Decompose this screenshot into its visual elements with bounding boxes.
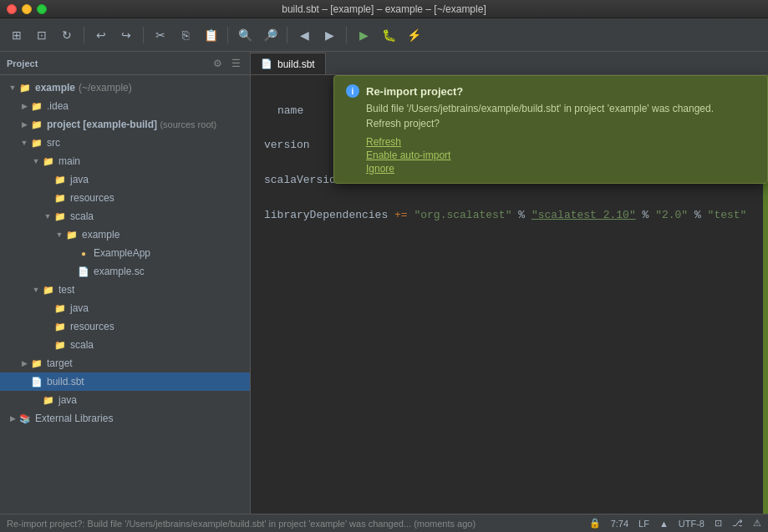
tree-item-src[interactable]: ▼ 📁 src [0, 134, 250, 152]
tree-item-resources1[interactable]: ▶ 📁 resources [0, 189, 250, 207]
maximize-button[interactable] [37, 4, 47, 14]
folder-icon-src: 📁 [30, 136, 43, 149]
tree-item-target[interactable]: ▶ 📁 target [0, 354, 250, 372]
sync-btn[interactable]: ⊡ [30, 23, 53, 47]
tree-item-exampleapp[interactable]: ▶ ● ExampleApp [0, 244, 250, 262]
tab-label-build-sbt: build.sbt [277, 58, 315, 70]
tree-label-java2: java [70, 302, 89, 314]
arrow-idea: ▶ [18, 100, 30, 112]
paste-btn[interactable]: 📋 [199, 23, 222, 47]
tab-build-sbt[interactable]: 📄 build.sbt [251, 53, 326, 74]
tree-label-src: src [47, 137, 60, 149]
tree-item-java1[interactable]: ▶ 📁 java [0, 170, 250, 189]
window-title: build.sbt – [example] – example – [~/exa… [282, 3, 486, 15]
arrow-target: ▶ [18, 357, 30, 369]
tree-label-exampleapp: ExampleApp [94, 247, 150, 259]
arrow-src: ▼ [18, 137, 30, 149]
editor-tabs: 📄 build.sbt [251, 52, 768, 75]
toolbar: ⊞ ⊡ ↻ ↩ ↪ ✂ ⎘ 📋 🔍 🔎 ◀ ▶ ▶ 🐛 ⚡ [0, 18, 768, 52]
notif-body: Build file '/Users/jetbrains/example/bui… [346, 101, 755, 131]
tree-item-main[interactable]: ▼ 📁 main [0, 152, 250, 170]
status-bar: Re-import project?: Build file '/Users/j… [0, 514, 768, 532]
tree-label-example-sc: example.sc [94, 266, 145, 277]
notif-link-refresh[interactable]: Refresh [366, 136, 755, 148]
notif-title: Re-import project? [366, 85, 463, 98]
notif-link-auto-import[interactable]: Enable auto-import [366, 149, 755, 161]
replace-btn[interactable]: 🔎 [258, 23, 282, 47]
arrow-test: ▼ [30, 284, 42, 296]
build-btn[interactable]: ▶ [352, 23, 375, 47]
code-line-libdep: libraryDependencies += "org.scalatest" %… [264, 207, 755, 225]
tree-item-scala2[interactable]: ▶ 📁 scala [0, 336, 250, 354]
traffic-lights [7, 4, 47, 14]
sidebar-header: Project ⚙ ☰ [0, 52, 250, 75]
tree-view: ▼ 📁 example (~/example) ▶ 📁 .idea ▶ 📁 pr… [0, 75, 250, 514]
folder-icon-root: 📁 [18, 81, 32, 94]
refresh-btn[interactable]: ↻ [55, 23, 79, 47]
status-position[interactable]: 7:74 [611, 519, 628, 529]
status-warnings: ⚠ [753, 518, 761, 529]
folder-icon-scala: 📁 [53, 210, 67, 223]
sidebar-header-icons: ⚙ ☰ [210, 56, 243, 71]
tree-label-test: test [58, 284, 74, 296]
tree-item-project-build[interactable]: ▶ 📁 project [example-build] (sources roo… [0, 115, 250, 134]
status-line-ending[interactable]: LF [638, 519, 649, 529]
status-git[interactable]: ⎇ [732, 518, 743, 529]
editor-area: 📄 build.sbt i Re-import project? Build f… [251, 52, 768, 514]
tree-item-idea[interactable]: ▶ 📁 .idea [0, 97, 250, 115]
folder-icon-idea: 📁 [30, 99, 43, 113]
arrow-root: ▼ [7, 82, 18, 94]
tree-item-test[interactable]: ▼ 📁 test [0, 281, 250, 299]
sidebar: Project ⚙ ☰ ▼ 📁 example (~/example) ▶ 📁 … [0, 52, 251, 514]
tree-item-java3[interactable]: ▶ 📁 java [0, 391, 250, 409]
forward-btn[interactable]: ▶ [318, 23, 341, 47]
tree-item-example-sc[interactable]: ▶ 📄 example.sc [0, 262, 250, 281]
cut-btn[interactable]: ✂ [149, 23, 172, 47]
folder-icon-example-pkg: 📁 [65, 228, 79, 241]
tree-item-example-pkg[interactable]: ▼ 📁 example [0, 225, 250, 244]
tree-item-java2[interactable]: ▶ 📁 java [0, 299, 250, 317]
status-right: 🔒 7:74 LF ▲ UTF-8 ⊡ ⎇ ⚠ [589, 518, 761, 529]
tree-item-root[interactable]: ▼ 📁 example (~/example) [0, 79, 250, 97]
tree-label-target: target [47, 357, 73, 369]
tree-label-java3: java [58, 394, 77, 406]
close-button[interactable] [7, 4, 17, 14]
debug-btn[interactable]: 🐛 [377, 23, 400, 47]
status-encoding[interactable]: UTF-8 [679, 519, 704, 529]
copy-btn[interactable]: ⎘ [174, 23, 197, 47]
notif-link-ignore[interactable]: Ignore [366, 163, 755, 175]
back-btn[interactable]: ◀ [292, 23, 316, 47]
run-btn[interactable]: ⚡ [402, 23, 425, 47]
tree-label-resources2: resources [70, 321, 114, 332]
tree-item-scala[interactable]: ▼ 📁 scala [0, 207, 250, 225]
toolbar-separator-2 [143, 27, 144, 43]
status-arrow-up: ▲ [659, 519, 669, 529]
arrow-project-build: ▶ [18, 119, 30, 130]
tree-label-scala2: scala [70, 339, 94, 351]
toolbar-separator-1 [84, 27, 84, 43]
notif-body-line1: Build file '/Users/jetbrains/example/bui… [366, 103, 714, 114]
undo-btn[interactable]: ↩ [89, 23, 113, 47]
toolbar-separator-4 [287, 27, 287, 43]
redo-btn[interactable]: ↪ [114, 23, 138, 47]
folder-icon-target: 📁 [30, 357, 43, 370]
tree-item-resources2[interactable]: ▶ 📁 resources [0, 317, 250, 336]
tree-label-idea: .idea [47, 100, 69, 112]
notif-info-icon: i [346, 84, 359, 98]
tree-item-ext-libs[interactable]: ▶ 📚 External Libraries [0, 409, 250, 428]
settings-icon[interactable]: ⚙ [210, 56, 225, 71]
notif-links: Refresh Enable auto-import Ignore [346, 136, 755, 175]
gear-icon[interactable]: ☰ [228, 56, 243, 71]
tab-icon-build-sbt: 📄 [261, 58, 272, 69]
tree-label-scala: scala [70, 210, 94, 222]
file-icon-example-sc: 📄 [77, 265, 90, 278]
tree-item-build-sbt[interactable]: ▶ 📄 build.sbt [0, 372, 250, 391]
tree-label-resources1: resources [70, 192, 114, 204]
arrow-scala: ▼ [42, 210, 53, 222]
view-mode-btn[interactable]: ⊞ [5, 23, 28, 47]
search-btn[interactable]: 🔍 [233, 23, 257, 47]
arrow-example-pkg: ▼ [53, 229, 65, 241]
tree-label-main: main [58, 155, 80, 167]
minimize-button[interactable] [22, 4, 32, 14]
folder-icon-java3: 📁 [42, 393, 55, 407]
